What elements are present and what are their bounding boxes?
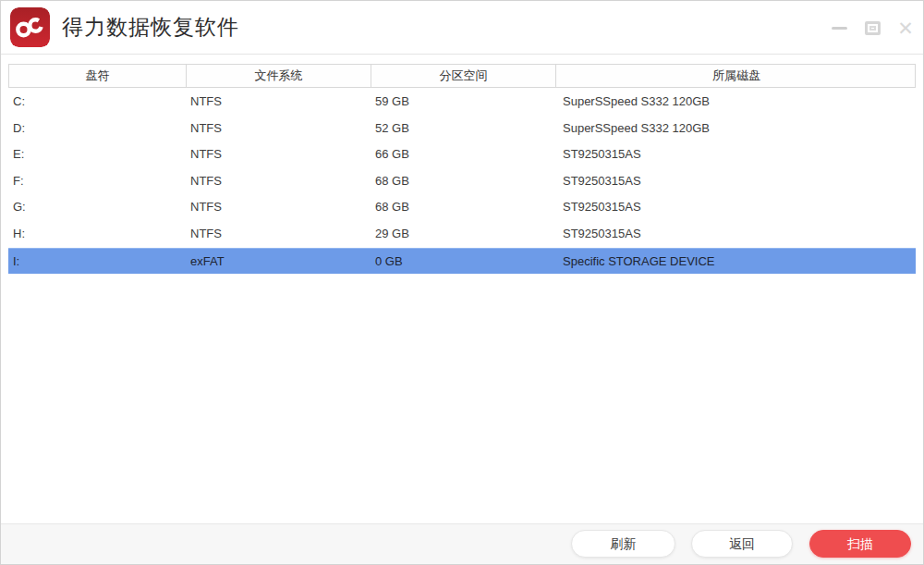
cell-disk: ST9250315AS xyxy=(555,168,916,195)
minimize-button[interactable] xyxy=(829,16,849,40)
back-button[interactable]: 返回 xyxy=(691,530,793,558)
table-row[interactable]: I:exFAT0 GBSpecific STORAGE DEVICE xyxy=(8,248,916,275)
header-cell-filesystem[interactable]: 文件系统 xyxy=(187,65,371,87)
cell-space: 68 GB xyxy=(371,168,555,195)
cell-disk: ST9250315AS xyxy=(555,221,916,248)
cell-drive: C: xyxy=(8,89,186,116)
cell-space: 29 GB xyxy=(371,221,555,248)
cell-fs: NTFS xyxy=(186,168,371,195)
drive-table: 盘符 文件系统 分区空间 所属磁盘 C:NTFS59 GBSuperSSpeed… xyxy=(8,64,916,274)
cell-fs: NTFS xyxy=(186,89,371,116)
app-logo infinity-icon xyxy=(10,7,50,47)
app-window: 得力数据恢复软件 ✕ 盘符 文件系统 分区空间 所属磁盘 C:NTFS59 GB… xyxy=(0,0,924,565)
table-body: C:NTFS59 GBSuperSSpeed S332 120GBD:NTFS5… xyxy=(8,89,916,274)
cell-fs: NTFS xyxy=(186,141,371,168)
table-header: 盘符 文件系统 分区空间 所属磁盘 xyxy=(8,64,916,88)
table-row[interactable]: F:NTFS68 GBST9250315AS xyxy=(8,168,916,195)
cell-drive: D: xyxy=(8,116,186,142)
minimize-icon xyxy=(832,27,847,30)
maximize-icon xyxy=(865,21,881,35)
app-title: 得力数据恢复软件 xyxy=(62,1,239,55)
cell-disk: ST9250315AS xyxy=(555,141,916,168)
cell-space: 59 GB xyxy=(371,89,555,116)
cell-drive: F: xyxy=(8,168,186,195)
close-icon: ✕ xyxy=(897,18,914,38)
cell-space: 52 GB xyxy=(371,116,555,142)
cell-fs: NTFS xyxy=(186,194,371,221)
cell-space: 68 GB xyxy=(371,194,555,221)
table-row[interactable]: H:NTFS29 GBST9250315AS xyxy=(8,221,916,248)
maximize-button[interactable] xyxy=(862,16,882,40)
cell-drive: H: xyxy=(8,221,186,248)
cell-disk: ST9250315AS xyxy=(555,194,916,221)
cell-space: 0 GB xyxy=(371,249,555,275)
cell-fs: NTFS xyxy=(186,221,371,248)
cell-space: 66 GB xyxy=(371,141,555,168)
cell-fs: exFAT xyxy=(186,249,371,275)
cell-disk: SuperSSpeed S332 120GB xyxy=(555,116,916,142)
footer-bar: 刷新 返回 扫描 xyxy=(1,523,923,564)
cell-disk: Specific STORAGE DEVICE xyxy=(555,249,916,275)
cell-drive: E: xyxy=(8,141,186,168)
cell-drive: I: xyxy=(8,249,186,275)
cell-disk: SuperSSpeed S332 120GB xyxy=(555,89,916,116)
header-cell-disk[interactable]: 所属磁盘 xyxy=(556,65,917,87)
header-cell-space[interactable]: 分区空间 xyxy=(371,65,556,87)
titlebar: 得力数据恢复软件 ✕ xyxy=(1,1,923,55)
table-row[interactable]: E:NTFS66 GBST9250315AS xyxy=(8,141,916,168)
refresh-button[interactable]: 刷新 xyxy=(571,530,675,558)
scan-button[interactable]: 扫描 xyxy=(809,530,911,558)
window-controls: ✕ xyxy=(829,1,916,55)
table-row[interactable]: D:NTFS52 GBSuperSSpeed S332 120GB xyxy=(8,116,916,142)
close-button[interactable]: ✕ xyxy=(895,16,916,40)
cell-fs: NTFS xyxy=(186,116,371,142)
header-cell-drive[interactable]: 盘符 xyxy=(9,65,187,87)
table-row[interactable]: C:NTFS59 GBSuperSSpeed S332 120GB xyxy=(8,89,916,116)
table-row[interactable]: G:NTFS68 GBST9250315AS xyxy=(8,194,916,221)
cell-drive: G: xyxy=(8,194,186,221)
